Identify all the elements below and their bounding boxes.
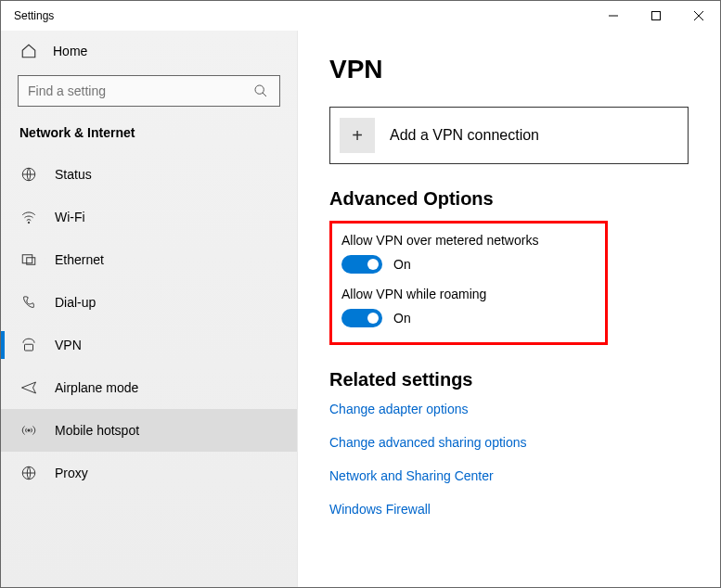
sidebar-item-label: VPN: [55, 338, 82, 352]
roaming-toggle-state: On: [393, 311, 411, 326]
roaming-toggle[interactable]: [341, 309, 382, 327]
link-network-center[interactable]: Network and Sharing Center: [329, 468, 689, 483]
add-vpn-label: Add a VPN connection: [390, 127, 539, 144]
proxy-icon: [19, 464, 38, 482]
hotspot-icon: [19, 421, 38, 440]
sidebar-item-label: Proxy: [55, 466, 88, 480]
sidebar: Home Network & Internet Status Wi-Fi: [1, 31, 298, 587]
sidebar-item-label: Airplane mode: [55, 380, 138, 395]
metered-toggle-state: On: [393, 257, 411, 272]
maximize-button[interactable]: [635, 1, 677, 31]
window-title: Settings: [1, 9, 54, 22]
close-button[interactable]: [677, 1, 720, 31]
sidebar-item-label: Dial-up: [55, 295, 96, 310]
add-vpn-button[interactable]: + Add a VPN connection: [329, 107, 689, 164]
page-title: VPN: [329, 55, 689, 84]
sidebar-item-status[interactable]: Status: [1, 153, 297, 196]
metered-toggle[interactable]: [341, 255, 382, 274]
sidebar-item-vpn[interactable]: VPN: [1, 324, 297, 366]
metered-toggle-label: Allow VPN over metered networks: [341, 233, 592, 248]
vpn-icon: [19, 336, 38, 354]
svg-point-12: [28, 429, 30, 431]
advanced-options-heading: Advanced Options: [329, 188, 689, 210]
sidebar-item-label: Ethernet: [55, 252, 104, 267]
svg-rect-9: [22, 255, 32, 263]
search-icon: [251, 82, 270, 100]
link-firewall[interactable]: Windows Firewall: [329, 502, 689, 517]
ethernet-icon: [19, 250, 38, 269]
airplane-icon: [19, 378, 38, 397]
roaming-toggle-label: Allow VPN while roaming: [341, 287, 592, 301]
sidebar-item-airplane[interactable]: Airplane mode: [1, 366, 297, 409]
highlighted-region: Allow VPN over metered networks On Allow…: [329, 221, 608, 345]
svg-rect-11: [25, 344, 33, 351]
sidebar-item-label: Status: [55, 167, 92, 182]
svg-line-5: [263, 93, 266, 96]
dialup-icon: [19, 293, 38, 312]
sidebar-item-wifi[interactable]: Wi-Fi: [1, 196, 297, 238]
titlebar: Settings: [1, 1, 720, 31]
sidebar-item-hotspot[interactable]: Mobile hotspot: [1, 409, 297, 452]
home-label: Home: [53, 44, 87, 58]
section-label: Network & Internet: [1, 121, 297, 153]
sidebar-item-ethernet[interactable]: Ethernet: [1, 238, 297, 281]
status-icon: [19, 165, 38, 184]
search-box[interactable]: [18, 75, 280, 107]
minimize-button[interactable]: [592, 1, 635, 31]
sidebar-item-label: Wi-Fi: [55, 210, 85, 224]
svg-point-4: [255, 85, 264, 94]
sidebar-item-proxy[interactable]: Proxy: [1, 452, 297, 494]
sidebar-item-dialup[interactable]: Dial-up: [1, 281, 297, 324]
main-panel: VPN + Add a VPN connection Advanced Opti…: [298, 31, 720, 587]
svg-point-8: [28, 222, 30, 224]
svg-rect-1: [652, 12, 661, 20]
link-adapter-options[interactable]: Change adapter options: [329, 402, 689, 416]
plus-icon: +: [340, 118, 375, 153]
home-nav[interactable]: Home: [1, 32, 297, 70]
link-sharing-options[interactable]: Change advanced sharing options: [329, 435, 689, 450]
home-icon: [19, 42, 38, 60]
search-input[interactable]: [28, 83, 251, 98]
sidebar-item-label: Mobile hotspot: [55, 423, 139, 438]
wifi-icon: [19, 208, 38, 226]
related-heading: Related settings: [329, 369, 689, 390]
